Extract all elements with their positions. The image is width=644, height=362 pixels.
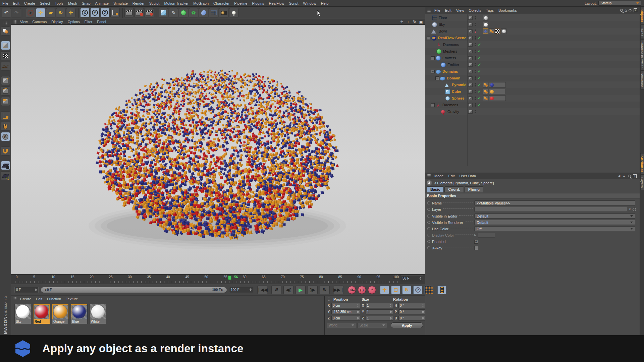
menu-pipeline[interactable]: Pipeline [232, 0, 250, 7]
history-back-icon[interactable]: ◀ [618, 174, 620, 178]
visibility-dots[interactable] [475, 109, 476, 114]
model-mode-button[interactable] [1, 41, 10, 50]
lock-z-axis-button[interactable]: Z [100, 8, 110, 17]
spinner-icon[interactable] [422, 304, 424, 307]
visibility-dots[interactable] [475, 82, 476, 87]
object-row-daemons[interactable]: Daemons ✓ [425, 41, 640, 48]
texture-tag-icon[interactable] [483, 15, 488, 20]
eye-icon[interactable] [629, 9, 632, 11]
material-white[interactable]: White [90, 304, 106, 324]
visibility-dots[interactable] [475, 49, 476, 54]
enabled-check-icon[interactable]: ✓ [478, 96, 481, 101]
vp-menu-view[interactable]: View [18, 19, 30, 25]
enabled-check-icon[interactable]: ✓ [478, 42, 481, 47]
record-parameter-toggle[interactable]: P [413, 286, 422, 294]
position-z-field[interactable]: 0 cm [331, 316, 360, 321]
texture-mode-button[interactable] [1, 51, 10, 60]
menu-character[interactable]: Character [211, 0, 232, 7]
mat-menu-edit[interactable]: Edit [34, 296, 45, 302]
rotate-view-icon[interactable]: ↻ [412, 19, 417, 24]
spinner-icon[interactable] [357, 317, 359, 320]
layer-field[interactable] [474, 207, 627, 212]
viewport-canvas-particle-bowl[interactable] [11, 25, 425, 274]
tab-layers[interactable]: Layers [640, 175, 644, 190]
object-row-cube[interactable]: Cube ✓ [425, 88, 640, 95]
mode-dropdown[interactable]: Scale [358, 323, 387, 328]
add-spline-button[interactable]: ✎ [169, 8, 178, 17]
position-x-field[interactable]: 0 cm [331, 303, 360, 308]
axis-mode-button[interactable] [1, 111, 10, 120]
layer-toggle-icon[interactable] [468, 50, 473, 53]
preview-range-slider[interactable]: ◄ 0 F 100 F ► [41, 287, 227, 293]
am-menu-user-data[interactable]: User Data [457, 173, 479, 179]
menu-tools[interactable]: Tools [52, 0, 66, 7]
menu-sculpt[interactable]: Sculpt [147, 0, 162, 7]
texture-tag-icon[interactable] [483, 22, 488, 27]
jump-end-button[interactable]: ▶▶❘ [334, 286, 344, 294]
new-panel-icon[interactable]: + [633, 174, 637, 178]
position-y-field[interactable]: -132.356 cm [331, 309, 360, 314]
enabled-check-icon[interactable]: ✓ [478, 103, 481, 107]
spinner-icon[interactable] [390, 304, 392, 307]
lock-workplane-button[interactable] [1, 161, 10, 170]
expand-arrow-icon[interactable]: ▶ [474, 234, 476, 237]
menu-edit[interactable]: Edit [11, 0, 22, 7]
panel-grip[interactable] [328, 297, 332, 301]
toggle-view-icon[interactable]: ▣ [418, 19, 424, 24]
object-row-sphere[interactable]: Sphere ✓ [425, 95, 640, 102]
size-z-field[interactable]: 1 [366, 316, 393, 321]
enabled-check-icon[interactable]: ✓ [478, 62, 481, 67]
display-color-swatch[interactable] [478, 233, 495, 238]
panel-grip[interactable] [12, 20, 16, 24]
size-y-field[interactable]: 1 [366, 309, 393, 314]
enabled-check-icon[interactable]: ✓ [478, 89, 481, 94]
live-selection-button[interactable]: ➤ [26, 8, 35, 17]
collapse-toggle[interactable]: − [431, 103, 435, 107]
render-settings-button[interactable] [145, 8, 154, 17]
mat-menu-texture[interactable]: Texture [63, 296, 80, 302]
object-row-pyramid[interactable]: Pyramid ✓ [425, 81, 640, 88]
spinner-icon[interactable] [419, 277, 421, 280]
layer-toggle-icon[interactable] [468, 23, 473, 26]
spinner-icon[interactable] [422, 317, 424, 320]
add-primitive-button[interactable] [159, 8, 168, 17]
xray-checkbox[interactable] [474, 246, 478, 250]
name-field[interactable]: <<Multiple Values>> [474, 200, 635, 205]
workplane-button[interactable] [1, 62, 10, 71]
om-menu-objects[interactable]: Objects [466, 7, 483, 14]
menu-animate[interactable]: Animate [93, 0, 111, 7]
points-mode-button[interactable] [1, 76, 10, 85]
menu-plugins[interactable]: Plugins [250, 0, 266, 7]
play-button[interactable]: ▶ [296, 286, 306, 294]
spinner-icon[interactable] [390, 310, 392, 313]
material-tag-red-icon[interactable] [489, 96, 506, 101]
keyframe-selection-button[interactable]: ? [368, 286, 376, 294]
play-backwards-button[interactable]: ↺ [271, 286, 281, 294]
layer-toggle-icon[interactable] [468, 97, 473, 100]
panel-grip[interactable] [12, 297, 16, 301]
enabled-check-icon[interactable]: ✓ [478, 82, 481, 87]
vp-menu-panel[interactable]: Panel [95, 19, 108, 25]
menu-mograph[interactable]: MoGraph [191, 0, 211, 7]
enabled-check-icon[interactable]: ✓ [478, 69, 481, 74]
particles-tag-icon[interactable] [483, 82, 488, 87]
add-mograph-button[interactable]: ✿ [189, 8, 198, 17]
material-tag-blue-icon[interactable] [489, 82, 506, 87]
rotation-b-field[interactable]: 0 ° [398, 316, 425, 321]
visibility-dots[interactable] [475, 36, 476, 40]
coordinate-system-button[interactable] [110, 8, 120, 17]
am-menu-mode[interactable]: Mode [432, 173, 446, 179]
visibility-dots[interactable] [475, 29, 476, 34]
timeline-ruler[interactable]: 0 5 10 15 20 25 30 35 40 45 50 55 60 65 … [15, 275, 397, 283]
polygons-mode-button[interactable] [1, 97, 10, 106]
home-icon[interactable]: ⌂ [625, 8, 627, 13]
particles-tag-icon[interactable] [483, 96, 488, 101]
enabled-check-icon[interactable]: ✓ [478, 49, 481, 54]
object-row-floor[interactable]: Floor [425, 14, 640, 21]
tab-coord[interactable]: Coord. [444, 186, 464, 192]
vp-menu-cameras[interactable]: Cameras [30, 19, 49, 25]
visible-renderer-dropdown[interactable]: Default [474, 220, 635, 225]
spinner-icon[interactable] [422, 310, 424, 313]
tab-objects[interactable]: Objects [640, 7, 644, 24]
layer-toggle-icon[interactable] [468, 110, 473, 114]
